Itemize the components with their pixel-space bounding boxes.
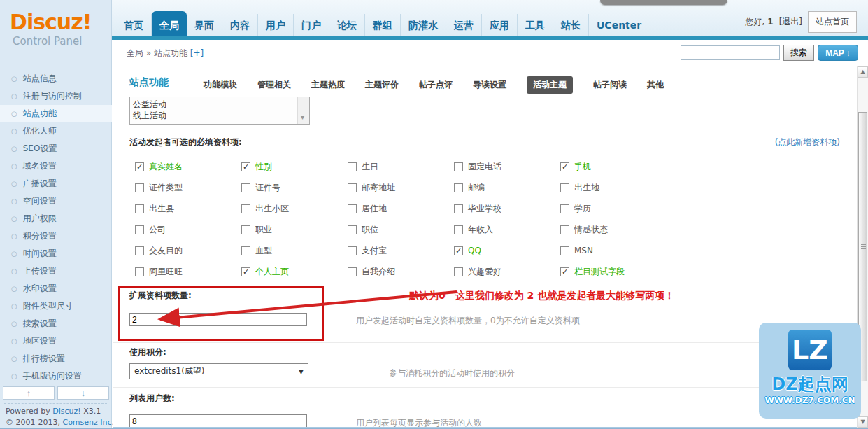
checkbox-icon[interactable]: ✓	[560, 162, 569, 171]
profile-field-18[interactable]: 年收入	[454, 224, 560, 236]
tab-5[interactable]: 导读设置	[473, 79, 506, 91]
checkbox-icon[interactable]	[348, 225, 357, 234]
sidebar-item-3[interactable]: ○优化大师	[0, 122, 112, 140]
profile-field-10[interactable]: 出生县	[135, 203, 241, 215]
sidebar-item-9[interactable]: ○积分设置	[0, 227, 112, 245]
profile-field-12[interactable]: 居住地	[348, 203, 454, 215]
checkbox-icon[interactable]	[348, 267, 357, 276]
breadcrumb-expand[interactable]: [+]	[190, 48, 204, 58]
checkbox-icon[interactable]	[348, 162, 357, 171]
profile-field-27[interactable]: 自我介绍	[348, 266, 454, 278]
top-nav-item-9[interactable]: 运营	[446, 14, 482, 37]
sidebar-item-4[interactable]: ○SEO设置	[0, 140, 112, 157]
profile-field-5[interactable]: 证件类型	[135, 182, 241, 194]
credit-select[interactable]: extcredits1(威望) ▼	[129, 363, 308, 379]
top-nav-item-5[interactable]: 门户	[294, 14, 329, 37]
logout-link[interactable]: [退出]	[779, 16, 802, 28]
comsenz-link[interactable]: Comsenz Inc.	[62, 418, 114, 427]
checkbox-icon[interactable]	[241, 204, 250, 213]
profile-field-24[interactable]: MSN	[560, 246, 667, 255]
top-nav-item-12[interactable]: 站长	[553, 14, 589, 37]
profile-field-19[interactable]: 情感状态	[560, 224, 667, 236]
checkbox-icon[interactable]: ✓	[241, 267, 250, 276]
profile-field-9[interactable]: 出生地	[560, 182, 667, 194]
list-users-input[interactable]	[129, 414, 307, 428]
profile-field-14[interactable]: 学历	[560, 203, 667, 215]
sidebar-item-6[interactable]: ○广播设置	[0, 175, 112, 192]
discuz-link[interactable]: Discuz!	[52, 407, 80, 416]
profile-field-7[interactable]: 邮寄地址	[348, 182, 454, 194]
profile-field-23[interactable]: ✓QQ	[454, 246, 560, 255]
sidebar-item-16[interactable]: ○排行榜设置	[0, 350, 112, 367]
checkbox-icon[interactable]	[454, 267, 463, 276]
profile-field-2[interactable]: 生日	[348, 161, 454, 173]
profile-field-28[interactable]: 兴趣爱好	[454, 266, 560, 278]
checkbox-icon[interactable]: ✓	[454, 246, 463, 255]
breadcrumb-root[interactable]: 全局	[127, 48, 143, 58]
checkbox-icon[interactable]	[454, 183, 463, 192]
scrollbar-down-button[interactable]: ▼	[858, 416, 868, 428]
sidebar-item-0[interactable]: ○站点信息	[0, 70, 112, 87]
sidebar-item-2[interactable]: ○站点功能	[0, 105, 112, 122]
tab-2[interactable]: 主题热度	[311, 79, 345, 91]
profile-field-29[interactable]: ✓栏目测试字段	[560, 266, 667, 278]
listbox-option-1[interactable]: 线上活动	[133, 110, 295, 121]
sidebar-item-8[interactable]: ○用户权限	[0, 210, 112, 227]
profile-field-17[interactable]: 职位	[348, 224, 454, 236]
profile-field-6[interactable]: 证件号	[241, 182, 348, 194]
top-nav-item-3[interactable]: 内容	[222, 14, 258, 37]
site-home-button[interactable]: 站点首页	[808, 11, 857, 33]
checkbox-icon[interactable]	[135, 267, 144, 276]
checkbox-icon[interactable]	[454, 204, 463, 213]
profile-field-22[interactable]: 支付宝	[348, 245, 454, 257]
top-nav-item-1[interactable]: 全局	[152, 11, 187, 37]
tab-6[interactable]: 活动主题	[527, 76, 573, 94]
scrollbar-up-button[interactable]: ▲	[858, 66, 868, 78]
top-nav-item-7[interactable]: 群组	[365, 14, 401, 37]
profile-field-11[interactable]: 出生小区	[241, 203, 348, 215]
profile-field-3[interactable]: 固定电话	[454, 161, 560, 173]
profile-field-20[interactable]: 交友目的	[135, 245, 241, 257]
top-nav-item-13[interactable]: UCenter	[589, 14, 649, 37]
checkbox-icon[interactable]	[454, 162, 463, 171]
ext-fields-input[interactable]	[129, 313, 307, 326]
checkbox-icon[interactable]	[560, 246, 569, 255]
checkbox-icon[interactable]: ✓	[135, 162, 144, 171]
profile-field-13[interactable]: 毕业学校	[454, 203, 560, 215]
profile-field-8[interactable]: 邮编	[454, 182, 560, 194]
listbox-scrollbar[interactable]: ▾	[297, 97, 309, 124]
sidebar-item-17[interactable]: ○手机版访问设置	[0, 367, 112, 385]
checkbox-icon[interactable]	[348, 204, 357, 213]
profile-field-25[interactable]: 阿里旺旺	[135, 266, 241, 278]
search-button[interactable]: 搜索	[783, 45, 814, 61]
checkbox-icon[interactable]	[135, 225, 144, 234]
checkbox-icon[interactable]	[135, 204, 144, 213]
profile-field-16[interactable]: 职业	[241, 224, 348, 236]
sidebar-item-5[interactable]: ○域名设置	[0, 157, 112, 175]
checkbox-icon[interactable]	[135, 183, 144, 192]
sidebar-item-13[interactable]: ○附件类型尺寸	[0, 297, 112, 315]
profile-field-26[interactable]: ✓个人主页	[241, 266, 348, 278]
sidebar-item-1[interactable]: ○注册与访问控制	[0, 87, 112, 105]
checkbox-icon[interactable]	[135, 246, 144, 255]
checkbox-icon[interactable]	[241, 246, 250, 255]
activity-type-listbox[interactable]: 公益活动线上活动 ▾	[129, 97, 310, 125]
checkbox-icon[interactable]: ✓	[241, 162, 250, 171]
sidebar-item-12[interactable]: ○水印设置	[0, 280, 112, 297]
sidebar-scroll-up-button[interactable]: ↑	[3, 386, 55, 400]
top-nav-item-4[interactable]: 用户	[258, 14, 294, 37]
tab-4[interactable]: 帖子点评	[419, 79, 453, 91]
sidebar-item-11[interactable]: ○上传设置	[0, 262, 112, 280]
sidebar-item-7[interactable]: ○空间设置	[0, 192, 112, 210]
tab-7[interactable]: 帖子阅读	[593, 79, 627, 91]
tab-8[interactable]: 其他	[647, 79, 664, 91]
top-nav-item-0[interactable]: 首页	[116, 14, 152, 37]
checkbox-icon[interactable]	[241, 225, 250, 234]
profile-field-0[interactable]: ✓真实姓名	[135, 161, 241, 173]
checkbox-icon[interactable]	[560, 225, 569, 234]
top-nav-item-2[interactable]: 界面	[187, 14, 222, 37]
add-profile-field-link[interactable]: (点此新增资料项)	[775, 136, 840, 148]
profile-field-4[interactable]: ✓手机	[560, 161, 667, 173]
top-nav-item-11[interactable]: 工具	[518, 14, 553, 37]
checkbox-icon[interactable]	[348, 183, 357, 192]
